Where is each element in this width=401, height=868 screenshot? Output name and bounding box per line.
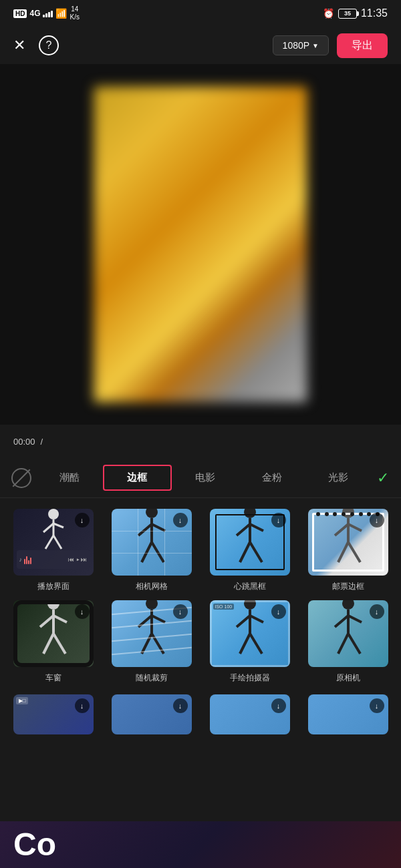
signal-bar-3 <box>48 12 50 17</box>
grid-h1 <box>112 531 192 531</box>
effect-label-6: 随机裁剪 <box>136 672 168 684</box>
effect-item-sketch[interactable]: ISO 100 ↓ 手绘拍摄器 <box>203 600 296 684</box>
filter-tab-chaoku[interactable]: 潮酷 <box>36 466 103 489</box>
download-icon-3: ↓ <box>277 516 281 524</box>
download-badge-9[interactable]: ↓ <box>75 698 90 713</box>
effect-item-camera-grid[interactable]: ↓ 相机网格 <box>105 509 198 592</box>
signal-bars <box>43 9 53 17</box>
effect-label-5: 车窗 <box>45 672 61 684</box>
effect-label-3: 心跳黑框 <box>234 581 266 592</box>
grid-v2 <box>164 509 165 576</box>
resolution-chevron-icon: ▼ <box>312 42 319 49</box>
resolution-button[interactable]: 1080P ▼ <box>273 35 329 55</box>
hd-badge: HD <box>13 9 27 18</box>
effect-item-partial-4[interactable]: ↓ <box>301 694 394 734</box>
effect-label-2: 相机网格 <box>136 581 168 592</box>
filter-tab-guangying[interactable]: 光影 <box>305 466 372 489</box>
crop-line-3 <box>112 634 192 642</box>
download-icon-10: ↓ <box>178 702 182 710</box>
status-bar: HD 4G 📶 14 K/s ⏰ 35 11:35 <box>0 0 401 27</box>
status-right: ⏰ 35 11:35 <box>323 7 388 19</box>
svg-line-44 <box>335 616 348 627</box>
toolbar-right: 1080P ▼ 导出 <box>273 33 388 58</box>
download-badge-7[interactable]: ↓ <box>271 604 286 619</box>
download-badge-1[interactable]: ↓ <box>75 513 90 527</box>
effect-thumb-4: ↓ <box>308 509 388 576</box>
download-icon-5: ↓ <box>80 608 84 616</box>
effect-label-4: 邮票边框 <box>332 581 364 592</box>
effect-thumb-12: ↓ <box>308 694 388 734</box>
preview-thumbnail <box>94 87 307 403</box>
download-badge-2[interactable]: ↓ <box>173 513 188 527</box>
stamp-dot <box>342 512 346 516</box>
crop-line-4 <box>112 647 192 655</box>
effects-grid: ♪ ⏮ ▶ ⏭ ↓ 播放界面 <box>0 498 401 694</box>
video-preview <box>0 64 401 425</box>
effect-item-partial-3[interactable]: ↓ <box>203 694 296 734</box>
effect-item-randomcrop[interactable]: ↓ 随机裁剪 <box>105 600 198 684</box>
music-bar-1 <box>24 559 25 564</box>
svg-line-2 <box>43 523 53 532</box>
speed-indicator: 14 K/s <box>70 5 79 21</box>
download-badge-3[interactable]: ↓ <box>271 513 286 527</box>
svg-line-45 <box>348 616 362 622</box>
download-icon-7: ↓ <box>277 608 281 616</box>
download-icon-6: ↓ <box>178 608 182 616</box>
svg-line-46 <box>338 634 348 654</box>
svg-line-3 <box>53 523 63 527</box>
music-note-icon: ♪ <box>19 556 23 563</box>
download-badge-6[interactable]: ↓ <box>173 604 188 619</box>
partial-label-1: ▶□ <box>16 697 29 704</box>
effect-item-partial-2[interactable]: ↓ <box>105 694 198 734</box>
filter-tab-biankuang[interactable]: 边框 <box>103 465 172 491</box>
crop-line-2 <box>112 620 192 628</box>
signal-bar-4 <box>51 11 53 17</box>
grid-h2 <box>112 553 192 554</box>
export-button[interactable]: 导出 <box>337 33 388 58</box>
effect-item-heartframe[interactable]: ↓ 心跳黑框 <box>203 509 296 592</box>
effect-label-1: 播放界面 <box>37 581 70 592</box>
download-icon-9: ↓ <box>80 702 84 710</box>
close-button[interactable]: ✕ <box>13 38 25 53</box>
filter-tabs: 潮酷 边框 电影 金粉 光影 ✓ <box>0 458 401 498</box>
svg-point-0 <box>48 509 59 519</box>
effect-thumb-6: ↓ <box>112 600 192 667</box>
svg-line-5 <box>53 535 61 549</box>
resolution-label: 1080P <box>283 40 309 51</box>
download-badge-12[interactable]: ↓ <box>370 698 384 713</box>
music-bar-3 <box>28 560 29 564</box>
download-badge-5[interactable]: ↓ <box>75 604 90 619</box>
download-icon-8: ↓ <box>375 608 379 616</box>
music-player-overlay: ♪ ⏮ ▶ ⏭ <box>17 550 90 569</box>
status-left: HD 4G 📶 14 K/s <box>13 5 80 21</box>
effect-thumb-1: ♪ ⏮ ▶ ⏭ ↓ <box>13 509 94 576</box>
effect-item-stamp[interactable]: ↓ 邮票边框 <box>301 509 394 592</box>
effect-item-carwindow[interactable]: ↓ 车窗 <box>7 600 100 684</box>
grid-v1 <box>138 509 138 576</box>
time-separator: / <box>41 437 43 447</box>
download-badge-4[interactable]: ↓ <box>370 513 384 527</box>
download-badge-8[interactable]: ↓ <box>370 604 384 619</box>
help-button[interactable]: ? <box>39 35 59 55</box>
download-icon-12: ↓ <box>375 702 379 710</box>
download-icon-2: ↓ <box>178 516 182 524</box>
download-badge-11[interactable]: ↓ <box>271 698 286 713</box>
filter-tab-dianying[interactable]: 电影 <box>172 466 239 489</box>
download-badge-10[interactable]: ↓ <box>173 698 188 713</box>
svg-line-4 <box>45 535 53 549</box>
effect-item-music-player[interactable]: ♪ ⏮ ▶ ⏭ ↓ 播放界面 <box>7 509 100 592</box>
play-icon: ⏮ ▶ ⏭ <box>68 556 87 563</box>
filter-tab-jinfen[interactable]: 金粉 <box>239 466 305 489</box>
clock: 11:35 <box>361 7 388 19</box>
confirm-button[interactable]: ✓ <box>372 464 394 492</box>
stamp-dot <box>316 512 320 516</box>
effect-item-partial-1[interactable]: ▶□ ↓ <box>7 694 100 734</box>
stamp-dot <box>350 512 354 516</box>
timeline[interactable]: 00:00 / <box>0 425 401 458</box>
effect-item-original[interactable]: ↓ 原相机 <box>301 600 394 684</box>
none-icon <box>11 468 31 488</box>
stamp-dot <box>333 512 337 516</box>
effect-thumb-2: ↓ <box>112 509 192 576</box>
filter-tab-none[interactable] <box>7 468 36 488</box>
stamp-dot <box>325 512 329 516</box>
